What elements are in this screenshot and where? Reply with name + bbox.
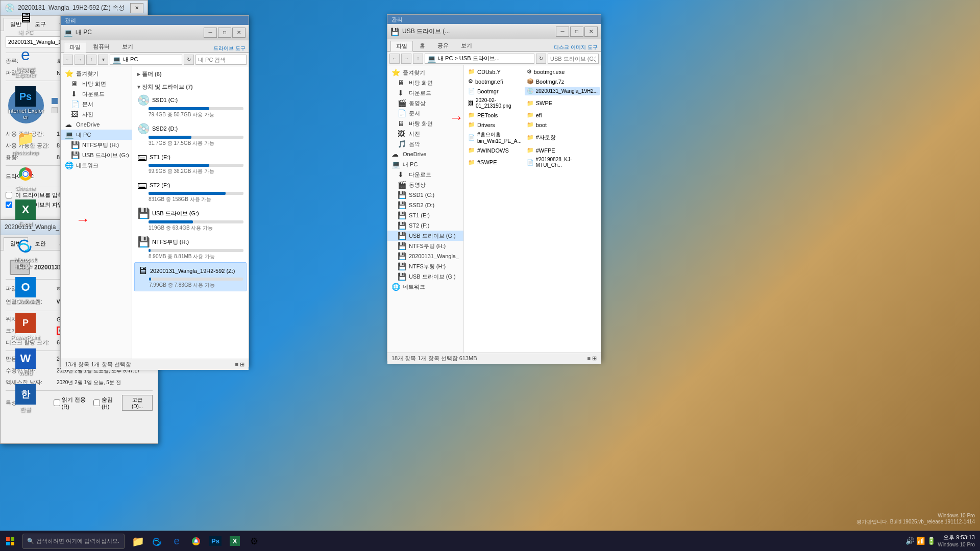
start-button[interactable] <box>0 531 20 552</box>
file-wfpe[interactable]: 📁#WFPE <box>525 146 600 155</box>
taskbar-icon-edge[interactable] <box>148 532 166 551</box>
file-bootmgr-exe[interactable]: ⚙bootmgr.exe <box>525 67 600 76</box>
drive-ssd1[interactable]: 💿 SSD1 (C:) 79.4GB 중 50.7GB 사용 가능 <box>134 92 247 120</box>
taskbar-icon-ie[interactable]: e <box>167 532 186 551</box>
nav-desktop-1[interactable]: 🖥바탕 화면 <box>61 79 132 89</box>
taskbar-icon-chrome[interactable] <box>187 532 205 551</box>
file-vhd[interactable]: 💿20200131_Wangla_19H2... <box>525 87 600 95</box>
nav-ntfs-1[interactable]: 💾NTFS부팅 (H:) <box>61 140 132 150</box>
minimize-btn-2[interactable]: ─ <box>556 27 569 37</box>
nav-ntfs-2[interactable]: 💾NTFS부팅 (H:) <box>387 241 463 251</box>
drive-ssd2[interactable]: 💿 SSD2 (D:) 31.7GB 중 17.5GB 사용 가능 <box>134 120 247 149</box>
forward-btn-1[interactable]: → <box>75 55 85 65</box>
file-windows[interactable]: 📁#WINDOWS <box>466 146 524 155</box>
nav-video-2[interactable]: 🎬동영상 <box>387 98 463 108</box>
nav-mypc-1[interactable]: 💻내 PC <box>61 130 132 140</box>
file-cdusb[interactable]: 📁CDUsb.Y <box>466 67 524 76</box>
nav-st1-2[interactable]: 💾ST1 (E:) <box>387 210 463 220</box>
file-bootmgr[interactable]: 📄Bootmgr <box>466 87 524 95</box>
file-swpe2[interactable]: 📁#SWPE <box>466 156 524 169</box>
desktop-icon-word[interactable]: W Word <box>5 346 46 378</box>
desktop-icon-pc[interactable]: 🖥 내 PC <box>5 5 46 38</box>
taskbar-icon-excel[interactable]: X <box>226 532 244 551</box>
desktop-icon-ps[interactable]: Ps Internet Explorer <box>5 84 46 122</box>
readonly-check-2[interactable] <box>54 399 60 406</box>
file-home-bin[interactable]: 📄#홈으이홈bin_Win10_PE_A... <box>466 130 524 145</box>
nav-ntfs2-2[interactable]: 💾NTFS부팅 (H:) <box>387 261 463 271</box>
nav-vid2-2[interactable]: 🎬동영상 <box>387 180 463 190</box>
up-btn-2[interactable]: ↑ <box>413 54 423 64</box>
file-drivers[interactable]: 📁Drivers <box>466 120 524 129</box>
refresh-btn-2[interactable]: ↻ <box>536 54 546 64</box>
nav-pc-2[interactable]: 💻내 PC <box>387 159 463 169</box>
maximize-btn-1[interactable]: □ <box>218 28 231 38</box>
desktop-icon-outlook[interactable]: O Outlook <box>5 275 46 307</box>
tab-computer-1[interactable]: 컴퓨터 <box>87 41 115 52</box>
tab-file-1[interactable]: 파일 <box>64 42 86 53</box>
nav-photo-2[interactable]: 🖼사진 <box>387 129 463 139</box>
taskbar-icon-explorer[interactable]: 📁 <box>129 532 147 551</box>
taskbar-icon-ps[interactable]: Ps <box>206 532 225 551</box>
refresh-btn-1[interactable]: ↻ <box>184 55 194 65</box>
drive-st2[interactable]: 🖴 ST2 (F:) 831GB 중 158GB 사용 가능 <box>134 177 247 205</box>
nav-network-1[interactable]: 🌐네트워크 <box>61 160 132 170</box>
desktop-icon-ie[interactable]: e InternetExplorer <box>5 42 46 80</box>
file-bootmgr-7z[interactable]: 📦Bootmgr.7z <box>525 77 600 86</box>
file-190828[interactable]: 📄#20190828_KJ-MTUI_Ch... <box>525 156 600 169</box>
minimize-btn-1[interactable]: ─ <box>204 28 217 38</box>
nav-fav-2[interactable]: ⭐즐겨찾기 <box>387 67 463 78</box>
file-efi[interactable]: 📁efi <box>525 111 600 119</box>
desktop-icon-edge[interactable]: MicrosoftEdge <box>5 233 46 271</box>
drive-ntfs-h[interactable]: 💾 NTFS부팅 (H:) 8.90MB 중 8.81MB 사용 가능 <box>134 234 247 262</box>
taskbar-icon-various[interactable]: ⚙ <box>245 532 263 551</box>
file-png[interactable]: 🖼2020-02-01_213150.png <box>466 96 524 110</box>
tab-share-2[interactable]: 공유 <box>432 40 454 51</box>
file-jarohang[interactable]: 📁#자로항 <box>525 130 600 145</box>
nav-photos-1[interactable]: 🖼사진 <box>61 109 132 119</box>
nav-usb-1[interactable]: 💾USB 드라이브 (G:) <box>61 150 132 160</box>
desktop-icon-chrome[interactable]: Chrome <box>5 162 46 193</box>
close-btn-1[interactable]: ✕ <box>232 28 246 38</box>
props-close-1[interactable]: ✕ <box>130 3 143 13</box>
nav-dl2-2[interactable]: ⬇다운로드 <box>387 169 463 180</box>
nav-net-2[interactable]: 🌐네트워크 <box>387 282 463 292</box>
recent-btn-1[interactable]: ▾ <box>98 55 108 65</box>
nav-downloads-1[interactable]: ⬇다운로드 <box>61 89 132 99</box>
nav-favorites-1[interactable]: ⭐즐겨찾기 <box>61 68 132 79</box>
file-bootmgr-efi[interactable]: ⚙bootmgr.efi <box>466 77 524 86</box>
nav-st2-2[interactable]: 💾ST2 (F:) <box>387 220 463 231</box>
desktop-icon-newfolder[interactable]: 📁 photoshop <box>5 126 46 158</box>
nav-onedrive-1[interactable]: ☁OneDrive <box>61 119 132 130</box>
nav-desktop-2[interactable]: 🖥바탕 화면 <box>387 78 463 88</box>
nav-od-2[interactable]: ☁OneDrive <box>387 149 463 159</box>
hidden-check-2[interactable] <box>93 399 100 406</box>
nav-music-2[interactable]: 🎵음악 <box>387 139 463 149</box>
nav-vhd-2[interactable]: 💾20200131_Wangla_ <box>387 251 463 261</box>
search-input-1[interactable] <box>195 55 247 65</box>
file-boot[interactable]: 📁boot <box>525 120 600 129</box>
desktop-icon-ppt[interactable]: P PowerPoint <box>5 311 46 342</box>
nav-docs-1[interactable]: 📄문서 <box>61 99 132 109</box>
tab-file-2[interactable]: 파일 <box>390 41 413 52</box>
back-btn-1[interactable]: ← <box>63 55 73 65</box>
tab-home-2[interactable]: 홈 <box>414 40 431 51</box>
close-btn-2[interactable]: ✕ <box>584 27 598 37</box>
nav-ssd2-2[interactable]: 💾SSD2 (D:) <box>387 200 463 210</box>
nav-usb2-2[interactable]: 💾USB 드라이브 (G:) <box>387 271 463 282</box>
tab-view-2[interactable]: 보기 <box>455 40 478 51</box>
tab-view-1[interactable]: 보기 <box>116 41 139 52</box>
search-input-2[interactable] <box>548 54 599 64</box>
nav-dl-2[interactable]: ⬇다운로드 <box>387 88 463 98</box>
nav-ssd1-2[interactable]: 💾SSD1 (C:) <box>387 190 463 200</box>
drive-vhd-z[interactable]: 🖥 20200131_Wangla_19H2-592 (Z:) 7.99GB 중… <box>134 262 247 291</box>
address-display-1[interactable]: 💻 내 PC <box>110 55 182 65</box>
desktop-icon-excel[interactable]: X Excel <box>5 197 46 229</box>
advanced-btn-2[interactable]: 고급(D)... <box>122 395 153 411</box>
file-swpe[interactable]: 📁SWPE <box>525 96 600 110</box>
address-display-2[interactable]: 💻 내 PC > USB 드라이브... <box>425 54 534 64</box>
up-btn-1[interactable]: ↑ <box>86 55 96 65</box>
taskbar-search-box[interactable]: 🔍 검색하려면 여기에 입력하십시오. <box>22 534 125 549</box>
forward-btn-2[interactable]: → <box>401 54 411 64</box>
desktop-icon-hangul[interactable]: 한 한글 <box>5 382 46 415</box>
file-petools[interactable]: 📁PETools <box>466 111 524 119</box>
